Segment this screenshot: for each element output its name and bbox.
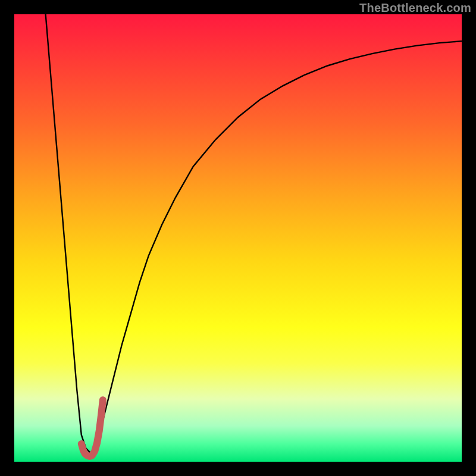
svg-rect-0 (14, 14, 462, 462)
plot-area (14, 14, 462, 462)
background-gradient (14, 14, 462, 462)
outer-frame: TheBottleneck.com (0, 0, 476, 476)
watermark-text: TheBottleneck.com (359, 1, 471, 15)
